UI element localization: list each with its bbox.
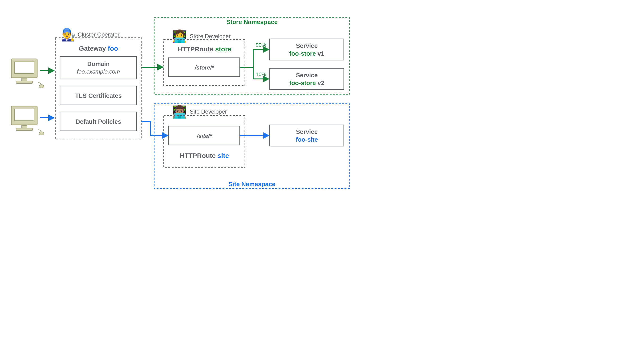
- httproute-site-title: HTTPRoute site: [180, 152, 229, 159]
- diagram-canvas: 👨‍🔧 Cluster Operator Gateway foo Domain …: [0, 0, 358, 198]
- arrow-store-route-to-v1: [240, 50, 269, 67]
- client-computer-icon: [11, 106, 44, 135]
- service-label: Service: [296, 72, 318, 79]
- technologist-emoji-icon: 👩‍💻: [172, 29, 187, 44]
- policies-label: Default Policies: [76, 118, 121, 125]
- svg-rect-3: [16, 81, 32, 83]
- service-foo-store-v2-name: foo-store v2: [290, 79, 324, 87]
- traffic-split-10: 10%: [256, 71, 266, 77]
- service-foo-site-name: foo-site: [296, 136, 318, 143]
- httproute-store-title: HTTPRoute store: [178, 46, 232, 53]
- svg-rect-7: [22, 125, 27, 128]
- technologist-emoji-icon: 👨🏽‍💻: [172, 104, 187, 119]
- mechanic-emoji-icon: 👨‍🔧: [61, 27, 76, 42]
- gateway-title: Gateway foo: [79, 45, 118, 52]
- gateway-domain-box: [60, 57, 136, 79]
- site-namespace-label: Site Namespace: [228, 181, 275, 188]
- svg-rect-8: [16, 128, 32, 131]
- domain-label: Domain: [87, 60, 110, 67]
- store-namespace-label: Store Namespace: [226, 18, 278, 26]
- svg-rect-2: [22, 78, 27, 81]
- tls-label: TLS Certificates: [75, 92, 122, 99]
- site-path-value: /site/*: [196, 133, 212, 139]
- svg-point-9: [39, 132, 44, 135]
- client-computer-icon: [11, 59, 44, 88]
- svg-point-4: [39, 85, 44, 88]
- domain-value: foo.example.com: [77, 68, 120, 75]
- svg-rect-6: [14, 109, 34, 121]
- store-developer-label: Store Developer: [190, 33, 230, 39]
- service-label: Service: [296, 128, 318, 135]
- cluster-operator-label: Cluster Operator: [78, 31, 120, 38]
- traffic-split-90: 90%: [256, 42, 266, 48]
- site-developer-label: Site Developer: [190, 108, 227, 115]
- store-path-value: /store/*: [194, 64, 214, 71]
- service-label: Service: [296, 42, 318, 49]
- svg-rect-1: [14, 62, 34, 74]
- service-foo-store-v1-name: foo-store v1: [290, 50, 324, 57]
